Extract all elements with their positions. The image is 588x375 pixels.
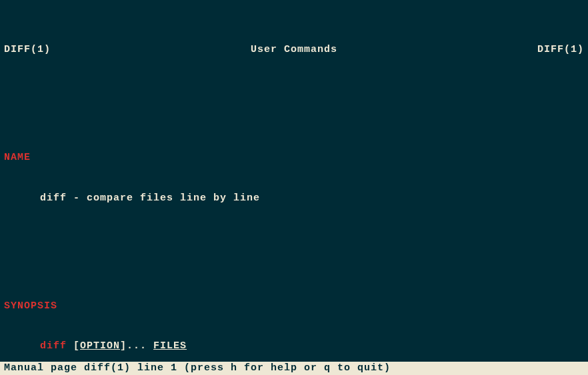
header-center: User Commands — [197, 43, 391, 57]
header-right: DIFF(1) — [391, 43, 584, 57]
synopsis-cmd: diff — [40, 340, 67, 352]
section-name-title: NAME — [4, 151, 584, 165]
status-bar[interactable]: Manual page diff(1) line 1 (press h for … — [0, 362, 588, 375]
terminal-screen: DIFF(1) User Commands DIFF(1) NAME diff … — [0, 0, 588, 375]
synopsis-option: OPTION — [80, 340, 120, 352]
synopsis-files: FILES — [153, 340, 187, 352]
manpage-content[interactable]: DIFF(1) User Commands DIFF(1) NAME diff … — [0, 0, 588, 362]
synopsis-line: diff [OPTION]... FILES — [4, 340, 584, 353]
header-left: DIFF(1) — [4, 43, 197, 57]
section-name-text: diff - compare files line by line — [4, 192, 584, 205]
section-synopsis-title: SYNOPSIS — [4, 300, 584, 313]
manpage-header-row: DIFF(1) User Commands DIFF(1) — [4, 43, 584, 57]
